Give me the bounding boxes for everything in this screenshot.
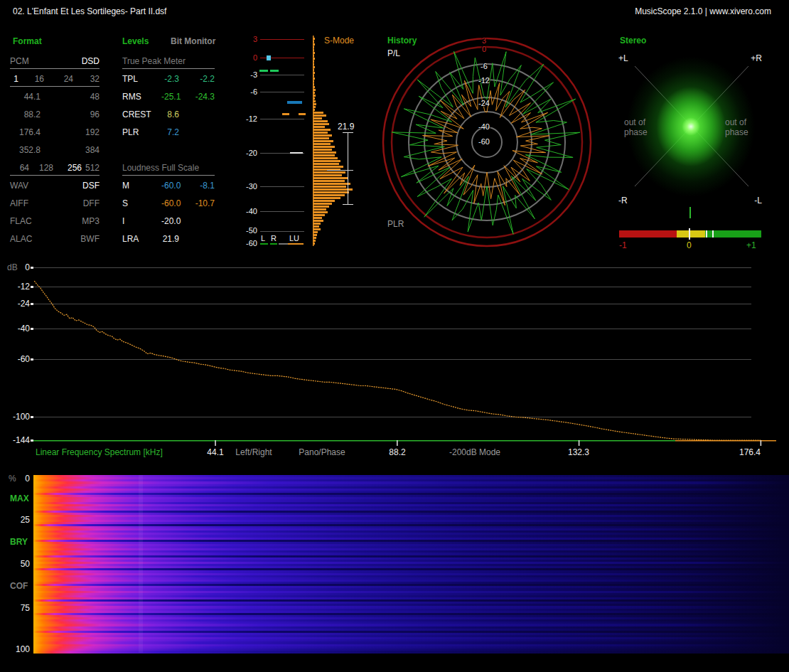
smode-bar bbox=[313, 132, 328, 134]
smode-bar bbox=[313, 114, 326, 117]
mode-left-right[interactable]: Left/Right bbox=[232, 447, 276, 457]
tab-bit-monitor[interactable]: Bit Monitor bbox=[171, 36, 215, 46]
smode-bar bbox=[313, 80, 314, 82]
format-dsd: DSD bbox=[53, 56, 100, 66]
format-rate-192: 192 bbox=[41, 127, 100, 137]
correlation-tick bbox=[712, 230, 714, 238]
smode-bar bbox=[313, 100, 316, 102]
smode-bar bbox=[313, 217, 322, 219]
format-dsf: DSF bbox=[53, 181, 100, 191]
app-title: MusicScope 2.1.0 | www.xivero.com bbox=[635, 6, 771, 16]
meter-line bbox=[260, 231, 304, 232]
smode-bar bbox=[313, 240, 316, 242]
correlation-marker-zero bbox=[689, 228, 690, 240]
smode-bar bbox=[313, 220, 323, 222]
smode-bar bbox=[313, 106, 316, 108]
smode-bar bbox=[313, 60, 314, 63]
smode-bar bbox=[313, 177, 348, 179]
spectrogram-row bbox=[33, 651, 789, 654]
format-rate-352-8: 352.8 bbox=[10, 145, 41, 155]
smode-bar bbox=[313, 78, 315, 80]
correlation-bar-yellow bbox=[677, 230, 705, 238]
spectrum-title: Linear Frequency Spectrum [kHz] bbox=[36, 447, 163, 457]
format-rate-88-2: 88.2 bbox=[10, 110, 41, 119]
row-lra: LRA 21.9 bbox=[122, 234, 215, 244]
smode-bar bbox=[313, 97, 315, 100]
format-row-rate: 88.2 96 bbox=[10, 110, 100, 119]
meter-tick: 3 bbox=[242, 35, 257, 44]
format-dsd-256: 256 bbox=[53, 163, 82, 173]
format-panel-title: Format bbox=[13, 36, 42, 46]
smode-histogram bbox=[311, 32, 379, 251]
section-true-peak-meter: True Peak Meter bbox=[122, 56, 186, 66]
tab-levels[interactable]: Levels bbox=[122, 36, 149, 46]
mode-pano-phase[interactable]: Pano/Phase bbox=[296, 447, 348, 457]
meter-tick: -50 bbox=[242, 226, 257, 235]
spectrogram-bry-label: BRY bbox=[10, 537, 28, 547]
smode-bar bbox=[313, 225, 319, 228]
musicscope-app: { "header": { "title": "02. L'Enfant Et … bbox=[0, 0, 789, 672]
s-left: -60.0 bbox=[161, 198, 179, 208]
rms-left: -25.1 bbox=[161, 92, 179, 102]
format-row-container: ALAC BWF bbox=[10, 234, 100, 244]
smode-bar bbox=[313, 89, 316, 91]
history-ring-label: -40 bbox=[472, 122, 496, 131]
format-divider bbox=[10, 175, 100, 176]
format-rate-96: 96 bbox=[41, 110, 100, 119]
meter-channel-lu: LU bbox=[289, 234, 299, 243]
smode-bar bbox=[313, 46, 314, 48]
smode-bar bbox=[313, 120, 328, 122]
smode-bar bbox=[313, 157, 338, 159]
tpl-right: -2.2 bbox=[179, 74, 215, 84]
format-rate-384: 384 bbox=[41, 145, 100, 155]
smode-bar bbox=[313, 203, 332, 205]
format-row-rate: 352.8 384 bbox=[10, 145, 100, 155]
smode-bar bbox=[313, 143, 331, 145]
format-wav: WAV bbox=[10, 181, 53, 191]
plr-value: 7.2 bbox=[161, 127, 179, 137]
history-ring-label: -12 bbox=[472, 76, 496, 85]
smode-bar bbox=[313, 43, 315, 46]
row-plr: PLR 7.2 bbox=[122, 127, 215, 137]
lra-range-cap-bottom bbox=[343, 204, 353, 205]
smode-bar bbox=[313, 166, 343, 168]
spectrum-xtick: 132.3 bbox=[557, 447, 600, 457]
m-label: M bbox=[122, 181, 161, 191]
meter-base-orange bbox=[288, 243, 304, 245]
history-ring-label: 0 bbox=[472, 45, 496, 53]
smode-bar bbox=[313, 149, 332, 151]
spectrum-axis-tick bbox=[31, 267, 33, 269]
lra-value: 21.9 bbox=[161, 234, 179, 244]
smode-bar bbox=[313, 69, 314, 71]
format-row-rate: 44.1 48 bbox=[10, 92, 100, 102]
smode-bar bbox=[313, 174, 342, 176]
correlation-zero-label: 0 bbox=[687, 240, 692, 250]
smode-bar bbox=[313, 66, 315, 68]
mode-200db[interactable]: -200dB Mode bbox=[446, 447, 504, 457]
s-label: S bbox=[122, 198, 161, 208]
stereo-label-minus-l: -L bbox=[745, 196, 762, 206]
tpl-left: -2.3 bbox=[161, 74, 179, 84]
plr-label: PLR bbox=[122, 127, 161, 137]
format-pcm: PCM bbox=[10, 56, 53, 66]
format-dsd-64: 64 bbox=[10, 163, 29, 173]
meter-tick: -6 bbox=[242, 87, 257, 97]
rms-label: RMS bbox=[122, 92, 161, 102]
spectrum-gridline bbox=[33, 287, 751, 287]
format-row-pcm-dsd: PCM DSD bbox=[10, 56, 100, 66]
smode-bar bbox=[313, 140, 333, 142]
crest-label: CREST bbox=[122, 110, 161, 119]
smode-bar bbox=[313, 129, 331, 131]
format-flac: FLAC bbox=[10, 216, 53, 226]
spectrogram-ytick: 0 bbox=[10, 474, 30, 484]
smode-bar bbox=[313, 92, 315, 94]
meter-marker-orange bbox=[299, 113, 306, 115]
spectrum-gridline bbox=[33, 267, 751, 268]
correlation-min-label: -1 bbox=[619, 240, 627, 250]
correlation-indicator bbox=[689, 207, 691, 218]
smode-bar bbox=[313, 109, 315, 111]
meter-tick: -12 bbox=[242, 114, 257, 124]
smode-bar bbox=[313, 228, 321, 230]
format-rate-44-1: 44.1 bbox=[10, 92, 41, 102]
format-row-dsd-rates: 64 128 256 512 bbox=[10, 163, 100, 173]
